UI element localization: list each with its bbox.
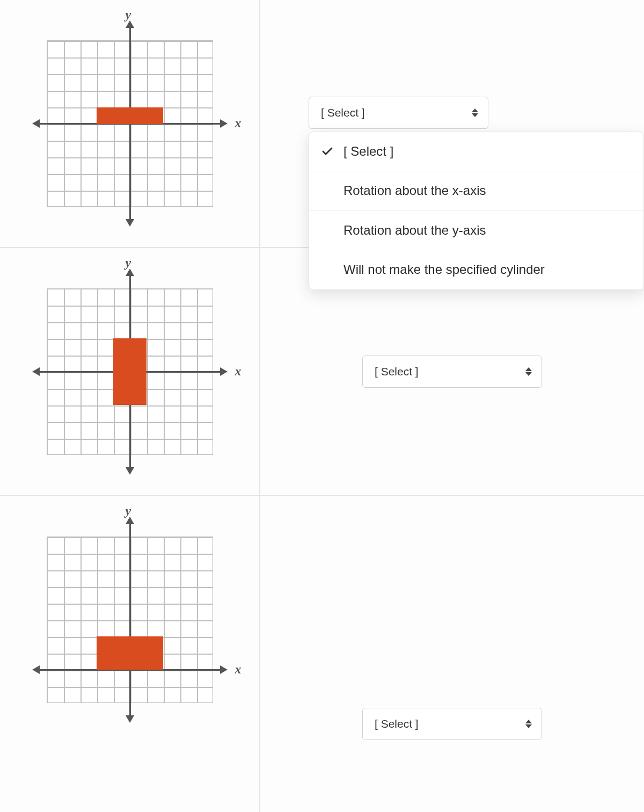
coordinate-plane-3: x y	[17, 507, 243, 733]
arrow-right-icon	[220, 665, 228, 674]
chevron-up-down-icon	[472, 108, 478, 117]
y-axis-3	[129, 523, 131, 716]
menu-option-will-not[interactable]: Will not make the specified cylinder	[309, 250, 643, 289]
answer-select-3[interactable]: [ Select ]	[362, 708, 542, 740]
y-axis-label-1: y	[126, 8, 131, 22]
arrow-left-icon	[32, 665, 40, 674]
answer-select-1[interactable]: [ Select ]	[309, 97, 488, 129]
arrow-left-icon	[32, 119, 40, 128]
coordinate-plane-1: x y	[17, 11, 243, 236]
graph-cell-2: x y	[0, 248, 260, 496]
menu-option-label: Rotation about the x-axis	[343, 183, 486, 198]
menu-option-label: Will not make the specified cylinder	[343, 262, 545, 277]
select-value-2: [ Select ]	[375, 365, 419, 378]
rectangle-shape-3	[97, 636, 163, 670]
chevron-up-down-icon	[525, 367, 532, 376]
rectangle-shape-2	[113, 338, 147, 405]
arrow-right-icon	[220, 119, 228, 128]
y-axis-label-2: y	[126, 256, 131, 270]
graph-cell-1: x y	[0, 0, 260, 248]
arrow-left-icon	[32, 367, 40, 376]
menu-option-label: [ Select ]	[343, 144, 393, 158]
question-grid: x y [ Select ] [ Select ] Rotation about…	[0, 0, 644, 812]
answer-select-2[interactable]: [ Select ]	[362, 356, 542, 388]
x-axis-label-1: x	[235, 116, 241, 130]
y-axis-label-3: y	[126, 504, 131, 518]
select-value-1: [ Select ]	[321, 106, 365, 119]
menu-option-select[interactable]: [ Select ]	[309, 132, 643, 171]
answer-cell-1: [ Select ] [ Select ] Rotation about the…	[260, 0, 644, 248]
x-axis-label-3: x	[235, 662, 241, 677]
x-axis-label-2: x	[235, 364, 241, 379]
menu-option-y-axis[interactable]: Rotation about the y-axis	[309, 211, 643, 250]
chevron-up-down-icon	[525, 720, 532, 728]
menu-option-x-axis[interactable]: Rotation about the x-axis	[309, 171, 643, 211]
coordinate-plane-2: x y	[17, 259, 243, 484]
arrow-down-icon	[126, 467, 134, 475]
arrow-right-icon	[220, 367, 228, 376]
check-icon	[321, 145, 334, 158]
rectangle-shape-1	[97, 107, 163, 124]
menu-option-label: Rotation about the y-axis	[343, 223, 486, 237]
arrow-down-icon	[126, 715, 134, 723]
answer-cell-3: [ Select ]	[260, 496, 644, 812]
graph-cell-3: x y	[0, 496, 260, 812]
select-dropdown-menu: [ Select ] Rotation about the x-axis Rot…	[309, 132, 644, 290]
arrow-down-icon	[126, 219, 134, 227]
select-value-3: [ Select ]	[375, 717, 419, 730]
